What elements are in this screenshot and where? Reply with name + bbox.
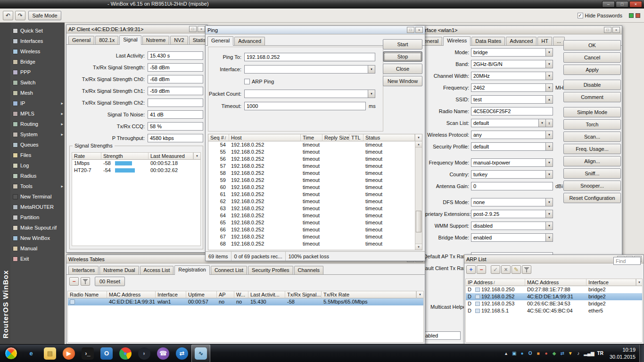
tab[interactable]: NV2 bbox=[170, 36, 188, 44]
arp-row[interactable]: D 192.168.0.252 4C:ED:DE:1A:99:31 bridge… bbox=[466, 293, 642, 300]
add-button[interactable]: + bbox=[466, 265, 476, 274]
tab[interactable]: Registration bbox=[174, 265, 210, 275]
field-value[interactable]: disabled bbox=[471, 222, 546, 230]
packet-count-input[interactable] bbox=[244, 90, 368, 98]
vertical-scrollbar[interactable]: ▲ ▼ bbox=[415, 141, 422, 250]
dropdown-icon[interactable]: ▼ bbox=[368, 90, 375, 98]
sidebar-item-partition[interactable]: Partition ▸ bbox=[10, 212, 65, 222]
interface-wlan1-titlebar[interactable]: Interface <wlan1> □ × bbox=[414, 26, 622, 34]
ping-result-row[interactable]: 65 192.168.0.252 timeout timeout bbox=[208, 219, 415, 226]
dropdown-icon[interactable]: ▼ bbox=[546, 170, 553, 179]
ping-to-input[interactable]: 192.168.0.252 bbox=[244, 53, 375, 61]
maximize-icon[interactable]: □ bbox=[604, 27, 611, 33]
tab[interactable]: HT bbox=[537, 37, 552, 45]
snooper-button[interactable]: Snooper... bbox=[563, 181, 621, 191]
close-button[interactable]: Close bbox=[383, 64, 422, 74]
ping-result-row[interactable]: 60 192.168.0.252 timeout timeout bbox=[208, 184, 415, 191]
timeout-input[interactable]: 1000 bbox=[244, 102, 366, 110]
tab[interactable]: 802.1x bbox=[95, 36, 118, 44]
sidebar-item-log[interactable]: Log ▸ bbox=[10, 160, 65, 171]
dropdown-icon[interactable]: ▼ bbox=[546, 142, 553, 151]
new-window-button[interactable]: New Window bbox=[383, 76, 422, 86]
cancel-button[interactable]: Cancel bbox=[563, 52, 621, 63]
tab[interactable]: Connect List bbox=[211, 266, 247, 274]
hide-passwords-checkbox[interactable]: ✓ Hide Passwords bbox=[578, 13, 622, 18]
tray-hidden-icons-arrow[interactable]: ▴ bbox=[504, 351, 509, 356]
signal-row[interactable]: 1Mbps -58 00:00:52.18 bbox=[72, 160, 200, 167]
disable-button[interactable]: × bbox=[501, 265, 511, 274]
tab[interactable]: Advanced bbox=[234, 37, 265, 45]
tray-app-blue-icon[interactable]: ● bbox=[520, 351, 525, 356]
ping-result-row[interactable]: 68 192.168.0.252 timeout timeout bbox=[208, 240, 415, 247]
field-value[interactable]: bridge bbox=[471, 48, 546, 57]
filter-button[interactable] bbox=[81, 277, 90, 286]
field-value[interactable]: turkey bbox=[471, 170, 546, 179]
sidebar-item-interfaces[interactable]: Interfaces ▸ bbox=[10, 36, 65, 46]
ping-result-row[interactable]: 67 192.168.0.252 timeout timeout bbox=[208, 233, 415, 240]
sidebar-item-quick-set[interactable]: Quick Set ▸ bbox=[10, 25, 65, 36]
sidebar-item-queues[interactable]: Queues ▸ bbox=[10, 140, 65, 150]
field-value[interactable]: none bbox=[471, 198, 546, 206]
tray-app-red-icon[interactable]: ● bbox=[544, 351, 549, 356]
tray-app-green-icon[interactable]: ◆ bbox=[552, 351, 557, 356]
tab[interactable]: Nstreme Dual bbox=[99, 266, 139, 274]
sidebar-item-exit[interactable]: Exit ▸ bbox=[10, 254, 65, 264]
registration-row[interactable]: 4C:ED:DE:1A:99:31 wlan1 00:00:57 no no 1… bbox=[68, 298, 423, 305]
dropdown-icon[interactable]: ▼ bbox=[368, 65, 375, 74]
ping-result-row[interactable]: 59 192.168.0.252 timeout timeout bbox=[208, 177, 415, 184]
sidebar-item-files[interactable]: Files ▸ bbox=[10, 150, 65, 160]
taskbar-outlook-icon[interactable]: O bbox=[97, 345, 116, 362]
scan-button[interactable]: Scan... bbox=[563, 132, 621, 142]
field-value[interactable]: default bbox=[471, 142, 546, 151]
maximize-icon[interactable]: □ bbox=[189, 26, 197, 32]
updown-arrow-icon[interactable]: ⇕ bbox=[546, 119, 553, 127]
interface-input[interactable] bbox=[244, 65, 368, 74]
close-icon[interactable]: × bbox=[415, 27, 423, 33]
tray-app-orange-icon[interactable]: ■ bbox=[536, 351, 541, 356]
tab[interactable]: Access List bbox=[140, 266, 174, 274]
taskbar-viber-icon[interactable]: ☎ bbox=[154, 345, 173, 362]
tray-volume-icon[interactable]: ♪ bbox=[576, 351, 581, 356]
tab[interactable]: Data Rates bbox=[471, 37, 505, 45]
ping-result-row[interactable]: 62 192.168.0.252 timeout timeout bbox=[208, 198, 415, 205]
dropdown-icon[interactable]: ▼ bbox=[546, 233, 553, 242]
app-titlebar[interactable]: - WinBox v6.15 on RB951Ui-2HnD (mipsbe) … bbox=[0, 0, 644, 8]
ping-result-row[interactable]: 64 192.168.0.252 timeout timeout bbox=[208, 212, 415, 219]
column-options-icon[interactable]: ▼ bbox=[636, 279, 642, 286]
field-value[interactable]: post-2.9.25 bbox=[471, 210, 546, 218]
reset-configuration-button[interactable]: Reset Configuration bbox=[563, 193, 621, 203]
dropdown-icon[interactable]: ▼ bbox=[546, 72, 553, 80]
arp-row[interactable]: D 192.168.0.250 D0:27:88:1E:77:88 bridge… bbox=[466, 286, 642, 293]
maximize-icon[interactable]: □ bbox=[407, 27, 414, 33]
remove-button[interactable]: − bbox=[69, 277, 79, 286]
close-icon[interactable]: × bbox=[198, 26, 205, 32]
sidebar-item-routing[interactable]: Routing ▸ bbox=[10, 119, 65, 129]
disable-button[interactable]: Disable bbox=[563, 80, 621, 90]
tab[interactable]: Interfaces bbox=[68, 266, 99, 274]
column-options-icon[interactable]: ▼ bbox=[415, 134, 422, 141]
field-value[interactable]: any bbox=[471, 131, 546, 139]
dropdown-icon[interactable]: ▼ bbox=[546, 198, 553, 206]
sidebar-item-metarouter[interactable]: MetaROUTER ▸ bbox=[10, 202, 65, 212]
show-desktop-button[interactable] bbox=[639, 345, 644, 362]
tray-network-icon[interactable]: ▂▄▆ bbox=[584, 351, 594, 356]
tray-update-icon[interactable]: ▼ bbox=[568, 351, 573, 356]
sidebar-item-new-winbox[interactable]: New WinBox ▸ bbox=[10, 233, 65, 243]
signal-row[interactable]: HT20-7 -54 00:00:32.62 bbox=[72, 167, 200, 174]
minimize-button[interactable]: – bbox=[602, 1, 615, 8]
freq-usage-button[interactable]: Freq. Usage... bbox=[563, 144, 621, 154]
ping-result-row[interactable]: 61 192.168.0.252 timeout timeout bbox=[208, 191, 415, 198]
up-arrow-icon[interactable]: ▲ bbox=[546, 95, 553, 104]
field-value[interactable]: enabled bbox=[471, 233, 546, 242]
taskbar-chrome-icon[interactable]: ● bbox=[116, 345, 135, 362]
start-button[interactable]: Start bbox=[383, 39, 422, 49]
arp-row[interactable]: D 192.168.5.1 4C:5E:0C:45:BC:04 ether5 bbox=[466, 307, 642, 314]
ping-result-row[interactable]: 63 192.168.0.252 timeout timeout bbox=[208, 205, 415, 212]
field-value[interactable]: default bbox=[471, 119, 539, 127]
taskbar-cmd-icon[interactable]: ›_ bbox=[78, 345, 97, 362]
align-button[interactable]: Align... bbox=[563, 156, 621, 166]
scrollbar-thumb[interactable] bbox=[416, 211, 421, 232]
ping-result-row[interactable]: 56 192.168.0.252 timeout timeout bbox=[208, 156, 415, 163]
dropdown-icon[interactable]: ▼ bbox=[546, 48, 553, 57]
tray-language-indicator[interactable]: TR bbox=[597, 351, 603, 356]
